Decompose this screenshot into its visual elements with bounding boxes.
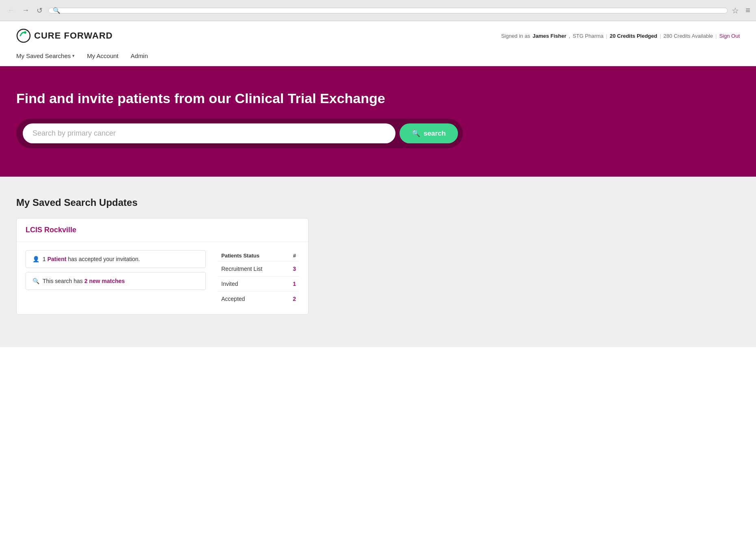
sep1: | (606, 33, 607, 39)
app-header: CURE FORWARD Signed in as James Fisher, … (0, 21, 756, 66)
chevron-down-icon: ▾ (72, 53, 75, 58)
user-company: STG Pharma (572, 33, 603, 39)
stat-row-2-count: 2 (285, 292, 299, 307)
app-wrapper: CURE FORWARD Signed in as James Fisher, … (0, 21, 756, 549)
magnifier-icon: 🔍 (32, 278, 39, 284)
user-icon: 👤 (32, 256, 39, 262)
signed-in-label: Signed in as (501, 33, 530, 39)
search-btn-icon: 🔍 (412, 129, 420, 138)
nav-item-saved-searches[interactable]: My Saved Searches ▾ (16, 47, 75, 66)
notification-new-matches: 🔍 This search has 2 new matches (26, 272, 206, 290)
card-header: LCIS Rockville (17, 218, 308, 242)
stats-col-header-label: Patients Status (218, 250, 285, 262)
forward-button[interactable]: → (20, 4, 31, 16)
table-row: Accepted 2 (218, 292, 299, 307)
stats-col-header-count: # (285, 250, 299, 262)
browser-chrome: ← → ↺ 🔍 ☆ ≡ (0, 0, 756, 21)
stats-col: Patients Status # Recruitment List 3 Inv… (218, 250, 299, 306)
user-name: James Fisher (533, 33, 566, 39)
app-nav: My Saved Searches ▾ My Account Admin (16, 47, 740, 66)
credits-pledged: 20 Credits Pledged (610, 33, 657, 39)
address-bar[interactable]: 🔍 (48, 8, 728, 13)
notifications-col: 👤 1 Patient has accepted your invitation… (26, 250, 206, 290)
table-row: Invited 1 (218, 277, 299, 292)
logo-icon (16, 28, 31, 43)
bookmark-icon[interactable]: ☆ (732, 6, 739, 15)
notif-highlight-patient: Patient (48, 256, 67, 262)
search-input[interactable] (23, 123, 395, 143)
sep3: | (715, 33, 717, 39)
search-btn-label: search (423, 130, 446, 138)
comma: , (569, 33, 570, 39)
hero-title: Find and invite patients from our Clinic… (16, 91, 385, 106)
nav-item-my-account[interactable]: My Account (87, 47, 119, 66)
stat-row-1-label: Invited (218, 277, 285, 292)
browser-right-icons: ☆ ≡ (732, 6, 750, 15)
svg-point-0 (17, 29, 30, 42)
sign-out-link[interactable]: Sign Out (719, 33, 740, 39)
sep2: | (660, 33, 661, 39)
hero-section: Find and invite patients from our Clinic… (0, 66, 756, 177)
main-content: My Saved Search Updates LCIS Rockville 👤… (0, 177, 756, 347)
card-title[interactable]: LCIS Rockville (26, 226, 76, 234)
notif-label-matches: new matches (89, 278, 125, 284)
stats-table: Patients Status # Recruitment List 3 Inv… (218, 250, 299, 306)
stat-row-2-label: Accepted (218, 292, 285, 307)
stat-row-0-label: Recruitment List (218, 262, 285, 277)
stat-row-1-count: 1 (285, 277, 299, 292)
table-row: Recruitment List 3 (218, 262, 299, 277)
notif-text-2: This search has 2 new matches (43, 278, 125, 284)
saved-search-card: LCIS Rockville 👤 1 Patient has accepted … (16, 218, 309, 315)
search-bar-wrapper: 🔍 search (16, 119, 463, 148)
notif-count-matches: 2 (84, 278, 88, 284)
address-search-icon: 🔍 (53, 7, 60, 14)
nav-item-admin[interactable]: Admin (131, 47, 148, 66)
logo-text: CURE FORWARD (34, 30, 113, 41)
notif-count-1: 1 Patient has accepted your invitation. (43, 256, 140, 262)
section-title: My Saved Search Updates (16, 197, 740, 208)
search-button[interactable]: 🔍 search (400, 123, 458, 143)
menu-icon[interactable]: ≡ (745, 6, 750, 15)
header-top: CURE FORWARD Signed in as James Fisher, … (16, 21, 740, 47)
header-user-info: Signed in as James Fisher, STG Pharma | … (501, 33, 740, 39)
reload-button[interactable]: ↺ (35, 4, 44, 17)
back-button[interactable]: ← (6, 4, 16, 16)
card-body: 👤 1 Patient has accepted your invitation… (17, 242, 308, 314)
logo-area[interactable]: CURE FORWARD (16, 28, 113, 43)
svg-point-1 (24, 31, 26, 34)
notification-patient-accepted: 👤 1 Patient has accepted your invitation… (26, 250, 206, 268)
credits-available: 280 Credits Available (663, 33, 713, 39)
stat-row-0-count: 3 (285, 262, 299, 277)
